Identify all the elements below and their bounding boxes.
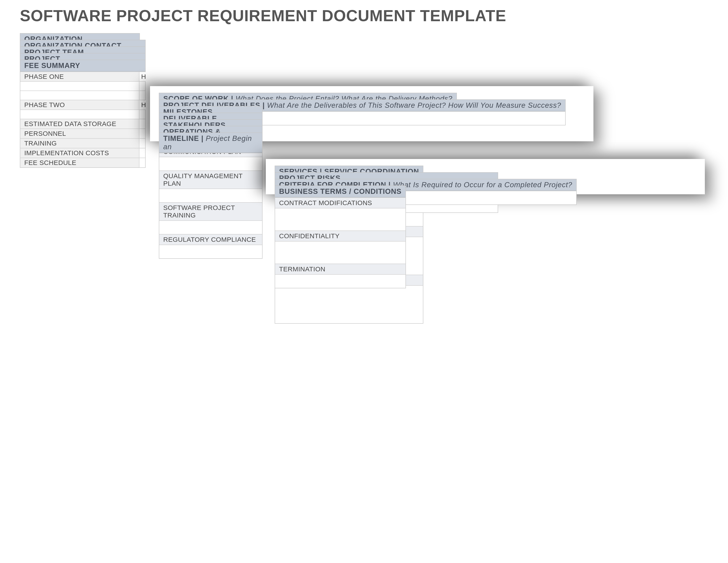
value[interactable]	[139, 129, 145, 138]
value[interactable]	[139, 158, 145, 167]
terms-header: BUSINESS TERMS / CONDITIONS	[275, 186, 405, 197]
value[interactable]	[139, 119, 145, 128]
fee-summary-header: FEE SUMMARY	[20, 60, 145, 71]
table-row	[20, 90, 145, 100]
table-row	[275, 208, 405, 230]
section-timeline: TIMELINE | Project Begin an	[159, 132, 263, 153]
table-row: FEE SCHEDULE	[20, 158, 145, 167]
table-row	[159, 244, 262, 258]
value[interactable]	[139, 82, 145, 90]
table-row	[275, 285, 423, 323]
page-3: SERVICES | SERVICE COORDINATION AGENCY R…	[266, 159, 705, 194]
contract-mods-header: CONTRACT MODIFICATIONS	[275, 197, 405, 208]
confidentiality-header: CONFIDENTIALITY	[275, 230, 405, 241]
qm-plan-header: QUALITY MANAGEMENT PLAN	[159, 170, 262, 188]
label-phase-two: PHASE TWO	[20, 100, 139, 109]
value[interactable]	[159, 221, 262, 234]
page-2: SCOPE OF WORK | What Does the Project En…	[150, 86, 593, 141]
value[interactable]	[275, 274, 405, 288]
value[interactable]	[275, 208, 405, 230]
section-business-terms: BUSINESS TERMS / CONDITIONS CONTRACT MOD…	[275, 185, 406, 289]
blank[interactable]	[20, 91, 139, 100]
table-row	[159, 220, 262, 234]
table-row: PERSONNEL	[20, 128, 145, 138]
value[interactable]	[394, 203, 498, 212]
blank[interactable]	[20, 110, 139, 119]
regulatory-header: REGULATORY COMPLIANCE	[159, 234, 262, 244]
training-header: SOFTWARE PROJECT TRAINING	[159, 202, 262, 220]
label-personnel: PERSONNEL	[20, 129, 139, 138]
value[interactable]	[159, 245, 262, 258]
value[interactable]	[159, 157, 262, 170]
value[interactable]	[275, 286, 423, 323]
value[interactable]	[139, 139, 145, 148]
value[interactable]: H	[139, 72, 146, 81]
termination-header: TERMINATION	[275, 263, 405, 274]
document-title: SOFTWARE PROJECT REQUIREMENT DOCUMENT TE…	[20, 7, 506, 25]
table-row	[159, 188, 262, 202]
section-fee-summary: FEE SUMMARY PHASE ONEH PHASE TWOH ESTIMA…	[20, 60, 146, 168]
table-row: TRAINING	[20, 138, 145, 148]
table-row: PHASE ONEH	[20, 71, 145, 81]
label-phase-one: PHASE ONE	[20, 72, 139, 81]
value[interactable]	[139, 91, 145, 100]
page-1: ORGANIZATION PROJECT NAME CLIENT VERSION…	[20, 33, 472, 60]
value[interactable]	[139, 148, 145, 158]
label-training: TRAINING	[20, 139, 139, 148]
value[interactable]: H	[139, 100, 146, 109]
table-row	[159, 157, 262, 170]
value[interactable]	[275, 241, 405, 263]
label-impl-costs: IMPLEMENTATION COSTS	[20, 148, 139, 158]
table-row	[275, 274, 405, 288]
table-row	[20, 109, 145, 119]
table-row: IMPLEMENTATION COSTS	[20, 148, 145, 158]
blank[interactable]	[20, 82, 139, 90]
value[interactable]	[159, 189, 262, 202]
table-row	[20, 81, 145, 90]
timeline-header: TIMELINE | Project Begin an	[159, 133, 262, 153]
table-row	[275, 241, 405, 263]
label-est-storage: ESTIMATED DATA STORAGE	[20, 119, 139, 128]
table-row: ESTIMATED DATA STORAGE	[20, 119, 145, 128]
label-fee-schedule: FEE SCHEDULE	[20, 158, 139, 167]
table-row: PHASE TWOH	[20, 100, 145, 109]
value[interactable]	[139, 110, 145, 119]
